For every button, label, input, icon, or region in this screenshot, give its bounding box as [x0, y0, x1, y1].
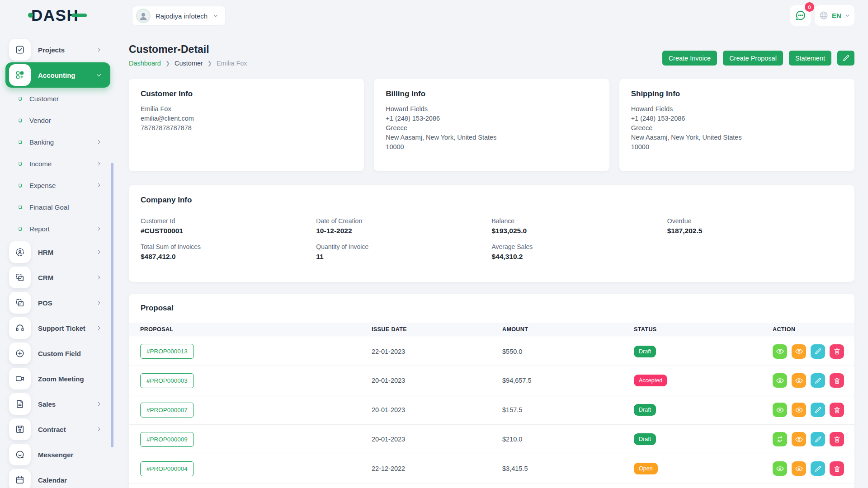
sidebar-item-label: Sales	[38, 400, 56, 408]
chevron-right-icon	[96, 182, 102, 188]
delete-button[interactable]	[830, 373, 844, 388]
create-invoice-button[interactable]: Create Invoice	[662, 51, 717, 66]
edit-button[interactable]	[811, 344, 825, 359]
preview-button[interactable]	[792, 461, 806, 476]
delete-button[interactable]	[830, 403, 844, 417]
sidebar-item-customer[interactable]: Customer	[0, 88, 116, 109]
grid-plus-icon	[9, 64, 31, 86]
view-button[interactable]	[773, 461, 787, 476]
issue-date-cell: 22-12-2022	[372, 465, 502, 472]
eye-icon	[776, 406, 784, 414]
proposal-id-link[interactable]: #PROP000004	[140, 461, 194, 476]
convert-button[interactable]	[773, 432, 787, 446]
preview-button[interactable]	[792, 432, 806, 446]
sidebar-item-report[interactable]: Report	[0, 218, 116, 239]
plus-circle-icon	[9, 343, 31, 364]
sidebar-item-hrm[interactable]: HRM	[5, 239, 110, 265]
sidebar-item-label: Calendar	[38, 476, 67, 484]
shipping-info-lines: Howard Fields+1 (248) 153-2086GreeceNew …	[631, 104, 843, 152]
sidebar-item-vendor[interactable]: Vendor	[0, 109, 116, 131]
sidebar-item-support-ticket[interactable]: Support Ticket	[5, 315, 110, 341]
sidebar-item-finacial-goal[interactable]: Finacial Goal	[0, 196, 116, 218]
sidebar-item-messenger[interactable]: Messenger	[5, 442, 110, 467]
language-selector[interactable]: EN	[815, 5, 854, 26]
proposal-id-link[interactable]: #PROP000007	[140, 403, 194, 418]
sidebar-item-accounting[interactable]: Accounting	[5, 62, 110, 88]
floppy-icon	[9, 418, 31, 440]
sidebar-item-label: Messenger	[38, 451, 73, 459]
sidebar-scrollbar[interactable]	[111, 163, 113, 447]
amount-cell: $210.0	[502, 436, 634, 443]
proposal-id-link[interactable]: #PROP000013	[140, 344, 194, 359]
breadcrumb-customer[interactable]: Customer	[175, 60, 203, 67]
dash-logo: DASH	[28, 7, 87, 23]
edit-button[interactable]	[811, 373, 825, 388]
breadcrumb-dashboard[interactable]: Dashboard	[129, 60, 161, 67]
edit-customer-button[interactable]	[837, 51, 854, 66]
chevron-right-icon	[96, 300, 102, 306]
field-label: Overdue	[667, 217, 843, 225]
pencil-icon	[814, 347, 822, 355]
breadcrumb-current-page: Emilia Fox	[217, 60, 247, 67]
issue-date-cell: 22-01-2023	[372, 348, 502, 355]
preview-button[interactable]	[792, 373, 806, 388]
shipping-info-card: Shipping InfoHoward Fields+1 (248) 153-2…	[619, 79, 854, 171]
proposal-table-body: #PROP00001322-01-2023$550.0Draft#PROP000…	[129, 337, 854, 483]
eye-icon	[795, 406, 803, 414]
chevron-right-icon	[96, 47, 102, 53]
sidebar-item-expense[interactable]: Expense	[0, 174, 116, 196]
notifications-button[interactable]: 0	[790, 5, 811, 26]
sidebar-item-sales[interactable]: Sales	[5, 391, 110, 417]
create-proposal-button[interactable]: Create Proposal	[723, 51, 783, 66]
chevron-down-icon	[844, 13, 850, 19]
row-actions	[773, 403, 854, 417]
customer-info-card: Customer InfoEmilia Foxemilia@client.com…	[129, 79, 364, 171]
company-field-total-sum-of-invoices: Total Sum of Invoices$487,412.0	[141, 243, 316, 261]
header-actions: Create Invoice Create Proposal Statement	[662, 51, 854, 66]
issue-date-cell: 20-01-2023	[372, 406, 502, 413]
edit-button[interactable]	[811, 461, 825, 476]
bullet-icon	[18, 97, 22, 101]
sidebar-item-banking[interactable]: Banking	[0, 131, 116, 153]
edit-button[interactable]	[811, 432, 825, 446]
proposal-row: #PROP00000720-01-2023$157.5Draft	[129, 395, 854, 425]
sidebar-item-calendar[interactable]: Calendar	[5, 467, 110, 488]
sidebar-item-label: Expense	[29, 182, 56, 189]
column-header-action: ACTION	[773, 326, 854, 333]
chat-bubble-icon	[795, 9, 807, 21]
sidebar-item-zoom-meeting[interactable]: Zoom Meeting	[5, 366, 110, 391]
field-value: 10-12-2022	[316, 227, 491, 235]
windows-icon	[9, 267, 31, 288]
statement-button[interactable]: Statement	[789, 51, 831, 66]
status-badge: Accepted	[634, 375, 667, 386]
issue-date-cell: 20-01-2023	[372, 436, 502, 443]
proposal-id-link[interactable]: #PROP000003	[140, 373, 194, 388]
sidebar-item-income[interactable]: Income	[0, 153, 116, 174]
field-label: Customer Id	[141, 217, 316, 225]
sidebar-item-projects[interactable]: Projects	[5, 37, 110, 62]
view-button[interactable]	[773, 373, 787, 388]
preview-button[interactable]	[792, 344, 806, 359]
sidebar-item-pos[interactable]: POS	[5, 290, 110, 315]
company-selector[interactable]: Rajodiya infotech	[132, 6, 226, 26]
proposal-id-link[interactable]: #PROP000009	[140, 432, 194, 447]
delete-button[interactable]	[830, 432, 844, 446]
sidebar-item-contract[interactable]: Contract	[5, 417, 110, 442]
row-actions	[773, 373, 854, 388]
company-field-customer-id: Customer Id#CUST00001	[141, 217, 316, 235]
company-field-overdue: Overdue$187,202.5	[667, 217, 843, 235]
view-button[interactable]	[773, 403, 787, 417]
delete-button[interactable]	[830, 344, 844, 359]
chevron-right-icon	[96, 249, 102, 255]
edit-button[interactable]	[811, 403, 825, 417]
view-button[interactable]	[773, 344, 787, 359]
sidebar-item-crm[interactable]: CRM	[5, 265, 110, 290]
sidebar-item-label: Projects	[38, 46, 65, 54]
sidebar-item-custom-field[interactable]: Custom Field	[5, 341, 110, 366]
chevron-right-icon	[96, 325, 102, 331]
page-title: Customer-Detail	[129, 43, 247, 56]
delete-button[interactable]	[830, 461, 844, 476]
company-info-grid: Customer Id#CUST00001Date of Creation10-…	[141, 217, 843, 261]
company-field-balance: Balance$193,025.0	[492, 217, 667, 235]
preview-button[interactable]	[792, 403, 806, 417]
